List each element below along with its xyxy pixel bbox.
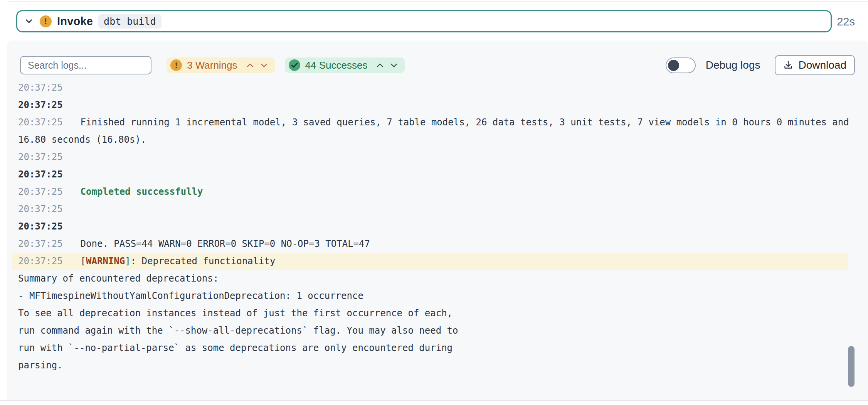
debug-logs-label: Debug logs	[706, 59, 760, 71]
log-timestamp: 20:37:25	[18, 201, 63, 218]
log-toolbar: ! 3 Warnings 44 Successes Debug logs	[20, 55, 855, 76]
download-label: Download	[798, 59, 846, 71]
log-text: To see all deprecation instances instead…	[18, 308, 453, 319]
log-line: 20:37:25Finished running 1 incremental m…	[12, 114, 848, 131]
log-timestamp: 20:37:25	[18, 148, 63, 166]
log-lines: 20:37:2520:37:2520:37:25Finished running…	[12, 79, 848, 374]
log-line: 20:37:25	[12, 79, 848, 96]
top-divider	[7, 1, 868, 2]
log-line: 20:37:25	[12, 96, 848, 114]
log-timestamp: 20:37:25	[18, 166, 63, 183]
chevron-down-icon	[24, 16, 34, 26]
log-timestamp: 20:37:25	[18, 253, 63, 270]
log-line: 16.80 seconds (16.80s).	[12, 131, 848, 148]
log-text: run command again with the `--show-all-d…	[18, 325, 458, 336]
debug-logs-toggle[interactable]	[666, 57, 696, 73]
run-step-header[interactable]: ! Invoke dbt build	[16, 10, 832, 32]
log-line: 20:37:25	[12, 201, 848, 218]
log-text: 16.80 seconds (16.80s).	[18, 134, 146, 145]
log-output: 20:37:2520:37:2520:37:25Finished running…	[7, 79, 868, 400]
log-text: Completed successfully	[81, 186, 203, 197]
warnings-badge[interactable]: ! 3 Warnings	[167, 57, 275, 73]
log-line: 20:37:25Done. PASS=44 WARN=0 ERROR=0 SKI…	[12, 235, 848, 253]
collapse-button[interactable]	[24, 16, 34, 27]
scrollbar-thumb[interactable]	[848, 346, 855, 387]
successes-badge-label: 44 Successes	[305, 59, 368, 71]
log-text: [	[81, 256, 86, 267]
log-text: run with `--no-partial-parse` as some de…	[18, 343, 453, 353]
log-text: Finished running 1 incremental model, 3 …	[81, 117, 849, 128]
log-line: - MFTimespineWithoutYamlConfigurationDep…	[12, 287, 848, 305]
warning-circle-icon: !	[170, 59, 182, 71]
log-text: parsing.	[18, 360, 63, 371]
log-timestamp: 20:37:25	[18, 218, 63, 235]
successes-badge[interactable]: 44 Successes	[285, 57, 405, 73]
step-action-label: Invoke	[57, 15, 93, 28]
toggle-knob	[668, 60, 679, 71]
log-panel: ! 3 Warnings 44 Successes Debug logs	[7, 40, 868, 400]
log-timestamp: 20:37:25	[18, 114, 63, 131]
log-line: run with `--no-partial-parse` as some de…	[12, 339, 848, 357]
check-circle-icon	[289, 59, 300, 71]
warnings-badge-label: 3 Warnings	[187, 59, 237, 71]
log-line: 20:37:25	[12, 148, 848, 166]
log-text: ]: Deprecated functionality	[125, 256, 275, 267]
step-command-chip: dbt build	[98, 14, 161, 29]
log-line: 20:37:25Completed successfully	[12, 183, 848, 201]
log-line: 20:37:25	[12, 218, 848, 235]
warning-status-icon: !	[40, 15, 52, 27]
log-line: parsing.	[12, 357, 848, 374]
log-text: Summary of encountered deprecations:	[18, 273, 219, 284]
log-line: Summary of encountered deprecations:	[12, 270, 848, 287]
log-line: 20:37:25	[12, 166, 848, 183]
log-timestamp: 20:37:25	[18, 96, 63, 114]
log-text: Done. PASS=44 WARN=0 ERROR=0 SKIP=0 NO-O…	[81, 238, 370, 249]
step-duration: 22s	[837, 15, 855, 28]
log-line: run command again with the `--show-all-d…	[12, 322, 848, 339]
chevron-down-icon[interactable]	[260, 62, 268, 68]
log-line: To see all deprecation instances instead…	[12, 305, 848, 322]
chevron-down-icon[interactable]	[390, 62, 398, 68]
download-icon	[783, 60, 793, 70]
log-text: - MFTimespineWithoutYamlConfigurationDep…	[18, 290, 363, 301]
chevron-up-icon[interactable]	[246, 62, 254, 68]
chevron-up-icon[interactable]	[376, 62, 384, 68]
log-timestamp: 20:37:25	[18, 183, 63, 201]
search-input[interactable]	[20, 56, 151, 74]
log-timestamp: 20:37:25	[18, 79, 63, 96]
log-line: 20:37:25[WARNING]: Deprecated functional…	[12, 253, 848, 270]
bottom-divider	[0, 400, 868, 401]
toolbar-right-group: Debug logs Download	[666, 55, 855, 75]
download-button[interactable]: Download	[775, 55, 855, 75]
log-text: WARNING	[86, 256, 125, 267]
log-timestamp: 20:37:25	[18, 235, 63, 253]
